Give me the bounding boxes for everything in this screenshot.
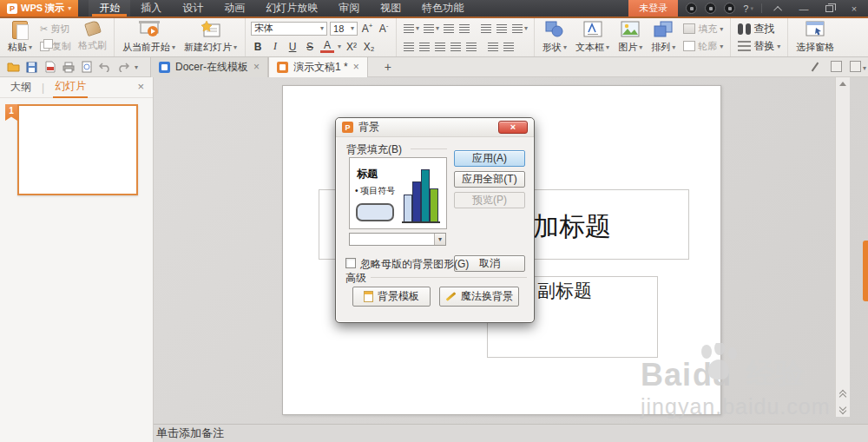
menu-tab-slideshow[interactable]: 幻灯片放映 [255, 0, 328, 16]
slide-thumbnail-1[interactable] [17, 104, 138, 195]
task-pane-handle[interactable] [863, 241, 868, 301]
format-painter-button[interactable]: 格式刷 [76, 38, 108, 53]
line-spacing-icon [487, 42, 499, 51]
app-logo[interactable]: P WPS 演示 ▾ [0, 0, 78, 16]
underline-button[interactable]: U [286, 41, 299, 53]
save-button[interactable] [25, 61, 38, 74]
notes-bar[interactable]: 单击添加备注 [154, 424, 868, 442]
dialog-titlebar[interactable]: P 背景 × [336, 118, 534, 137]
pdf-icon [45, 61, 56, 73]
copy-button[interactable]: 复制 [38, 39, 73, 54]
find-button[interactable]: 查找 [736, 21, 782, 37]
ignore-master-label: 忽略母版的背景图形(G) [360, 257, 469, 272]
collapse-ribbon-button[interactable] [770, 3, 787, 14]
tab-docer-templates[interactable]: Docer-在线模板 × [150, 57, 268, 77]
preview-button[interactable]: 预览(P) [454, 192, 525, 208]
cut-button[interactable]: ✂剪切 [38, 22, 73, 36]
numbered-list-button[interactable]: ▾ [422, 23, 440, 34]
increase-indent-button[interactable] [457, 23, 471, 34]
tab-outline[interactable]: 大纲 [9, 77, 33, 97]
menu-tab-insert[interactable]: 插入 [130, 0, 172, 16]
grow-font-button[interactable]: A+ [360, 22, 374, 35]
switch-window-icon[interactable]: ▾ [850, 61, 861, 72]
menu-tab-home[interactable]: 开始 [89, 0, 130, 16]
background-template-button[interactable]: 背景模板 [352, 287, 431, 307]
apply-all-button[interactable]: 应用全部(T) [454, 171, 525, 188]
close-tab-icon[interactable]: × [353, 61, 359, 73]
menu-tab-special-features[interactable]: 特色功能 [411, 0, 474, 16]
undo-button[interactable] [98, 61, 111, 74]
strikethrough-button[interactable]: S [303, 41, 317, 53]
menu-tab-review[interactable]: 审阅 [328, 0, 370, 16]
picture-button[interactable]: 图片▾ [615, 20, 645, 55]
next-slide-button[interactable] [839, 405, 846, 412]
feedback-icon[interactable] [705, 3, 716, 14]
replace-button[interactable]: 替换▾ [736, 38, 782, 55]
close-tab-icon[interactable]: × [253, 61, 260, 73]
paragraph-settings-button[interactable] [479, 23, 493, 34]
line-spacing-button[interactable] [486, 41, 500, 52]
subscript-button[interactable]: X₂ [362, 41, 376, 53]
dialog-close-button[interactable]: × [498, 121, 528, 134]
vertical-scrollbar[interactable] [835, 77, 850, 417]
redo-button[interactable] [116, 61, 129, 74]
tab-presentation1[interactable]: 演示文稿1 * × [268, 57, 368, 77]
history-icon[interactable] [831, 61, 842, 72]
selection-pane-button[interactable]: 选择窗格 [793, 20, 837, 55]
align-left-button[interactable] [402, 41, 416, 52]
minimize-button[interactable]: — [795, 3, 812, 14]
shapes-button[interactable]: 形状▾ [540, 20, 569, 55]
help-button[interactable]: ?▾ [743, 3, 753, 14]
align-right-button[interactable] [433, 41, 447, 52]
new-tab-button[interactable]: + [368, 57, 408, 77]
quickbar-dropdown-icon[interactable]: ▾ [135, 63, 138, 71]
font-name-select[interactable]: 宋体▾ [251, 22, 327, 36]
scroll-up-icon[interactable] [839, 82, 846, 86]
text-direction-button[interactable] [495, 23, 509, 34]
print-preview-button[interactable] [80, 61, 93, 74]
fill-dropdown[interactable]: ▾ [349, 233, 446, 246]
paste-button[interactable]: 粘贴▾ [5, 20, 35, 55]
tab-slides[interactable]: 幻灯片 [53, 76, 88, 98]
bullet-list-button[interactable]: ▾ [402, 23, 420, 34]
close-panel-icon[interactable]: × [137, 80, 144, 93]
skin-icon[interactable] [686, 3, 697, 14]
paragraph-spacing-button[interactable] [502, 41, 516, 52]
dropdown-arrow-icon[interactable]: ▾ [434, 234, 445, 245]
text-box-direction-button[interactable]: ▾ [510, 23, 529, 34]
distribute-button[interactable] [464, 41, 478, 52]
textbox-button[interactable]: 文本框▾ [573, 20, 612, 55]
print-button[interactable] [62, 61, 75, 74]
shrink-font-button[interactable]: A- [377, 22, 391, 35]
new-slide-button[interactable]: 新建幻灯片▾ [181, 20, 240, 55]
theme-icon[interactable] [724, 3, 735, 14]
bold-button[interactable]: B [251, 41, 265, 53]
menu-tab-design[interactable]: 设计 [172, 0, 214, 16]
align-center-button[interactable] [418, 41, 431, 52]
magic-wand-icon[interactable] [812, 61, 823, 72]
shape-fill-button[interactable]: 填充▾ [681, 22, 725, 36]
menu-tab-view[interactable]: 视图 [370, 0, 411, 16]
ignore-master-checkbox[interactable] [345, 258, 356, 268]
restore-button[interactable] [820, 3, 838, 14]
open-button[interactable] [7, 61, 20, 74]
export-pdf-button[interactable] [43, 61, 56, 74]
apply-button[interactable]: 应用(A) [454, 150, 525, 167]
italic-button[interactable]: I [268, 40, 282, 53]
previous-slide-button[interactable] [839, 391, 846, 398]
font-color-button[interactable]: A [320, 41, 334, 53]
magic-background-button[interactable]: 魔法换背景 [439, 287, 519, 307]
document-tabbar: ▾ Docer-在线模板 × 演示文稿1 * × + ▾ [0, 57, 868, 77]
superscript-button[interactable]: X² [345, 41, 358, 53]
arrange-button[interactable]: 排列▾ [648, 20, 678, 55]
fill-icon [683, 23, 695, 34]
shape-outline-button[interactable]: 轮廓▾ [681, 39, 725, 54]
decrease-indent-button[interactable] [442, 23, 456, 34]
close-button[interactable]: × [845, 3, 863, 14]
menu-tab-animation[interactable]: 动画 [214, 0, 255, 16]
wps-logo-icon: P [7, 3, 17, 14]
login-button[interactable]: 未登录 [628, 0, 678, 16]
play-from-current-button[interactable]: 从当前开始▾ [120, 20, 178, 55]
justify-button[interactable] [449, 41, 463, 52]
font-size-select[interactable]: 18▾ [330, 22, 358, 36]
